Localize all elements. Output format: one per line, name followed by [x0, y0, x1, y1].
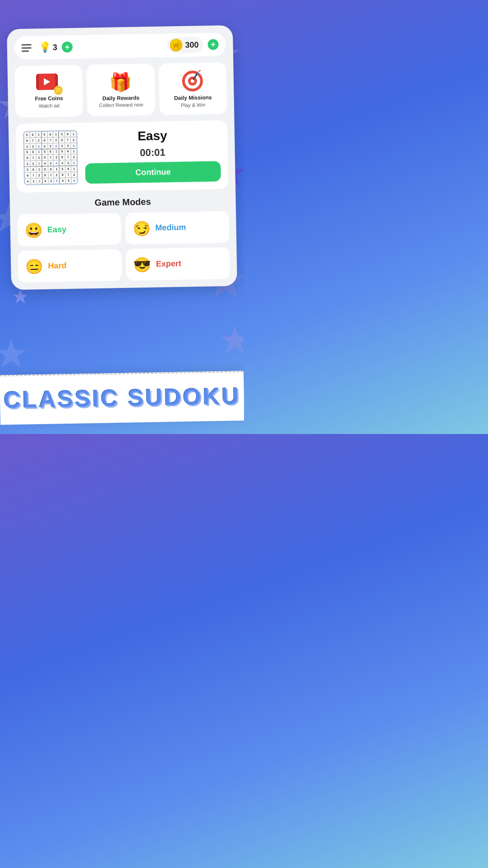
daily-rewards-title: Daily Rewards — [103, 94, 140, 102]
modes-grid: 😀 Easy 😏 Medium 😑 Hard 😎 Expert — [17, 211, 230, 283]
daily-rewards-card[interactable]: 🎁 Daily Rewards Collect Reward now — [87, 64, 155, 116]
free-coins-subtitle: Watch ad — [38, 102, 59, 109]
free-coins-card[interactable]: 🪙 Free Coins Watch ad — [14, 65, 83, 118]
difficulty-label: Easy — [137, 129, 167, 144]
mode-hard-card[interactable]: 😑 Hard — [18, 249, 122, 283]
medium-emoji: 😏 — [132, 220, 151, 237]
bulb-icon: 💡 — [38, 42, 51, 53]
mode-easy-card[interactable]: 😀 Easy — [17, 213, 121, 246]
gift-icon: 🎁 — [109, 71, 132, 93]
easy-emoji: 😀 — [24, 222, 43, 239]
hint-count: 3 — [53, 42, 57, 52]
bottom-banner: CLASSIC SUDOKU — [0, 362, 244, 434]
add-coin-button[interactable]: + — [207, 39, 218, 50]
game-info: Easy 00:01 Continue — [84, 128, 221, 184]
hard-label: Hard — [48, 261, 66, 271]
menu-button[interactable] — [22, 44, 32, 52]
banner-paper: CLASSIC SUDOKU — [0, 371, 244, 425]
svg-marker-5 — [220, 326, 244, 354]
game-modes-title: Game Modes — [17, 195, 229, 209]
app-card: 💡 3 + W 300 + 🪙 Free Coins Watch ad 🎁 — [7, 25, 237, 290]
game-timer: 00:01 — [140, 147, 165, 159]
coin-icon: W — [169, 39, 182, 52]
top-bar: 💡 3 + W 300 + — [14, 33, 226, 60]
daily-missions-card[interactable]: Daily Missions Play & Win — [159, 62, 227, 115]
free-coins-icon: 🪙 — [36, 73, 61, 94]
game-modes-section: Game Modes 😀 Easy 😏 Medium 😑 Hard 😎 Expe… — [17, 195, 230, 283]
free-coins-title: Free Coins — [35, 95, 63, 103]
sudoku-preview: 561561561 972972972 438438438 561561561 … — [23, 130, 78, 185]
daily-rewards-subtitle: Collect Reward now — [99, 101, 143, 108]
coin-count: 300 — [185, 40, 198, 50]
daily-missions-subtitle: Play & Win — [181, 101, 205, 108]
mode-expert-card[interactable]: 😎 Expert — [126, 247, 230, 281]
mode-medium-card[interactable]: 😏 Medium — [125, 211, 229, 245]
daily-missions-title: Daily Missions — [174, 94, 212, 102]
svg-line-17 — [199, 70, 201, 72]
hint-group: 💡 3 — [38, 41, 57, 53]
medium-label: Medium — [155, 223, 186, 233]
target-icon — [181, 69, 205, 93]
banner-text: CLASSIC SUDOKU — [4, 382, 241, 413]
expert-label: Expert — [156, 259, 181, 269]
expert-emoji: 😎 — [133, 256, 152, 274]
add-hint-button[interactable]: + — [62, 42, 73, 52]
svg-marker-10 — [13, 289, 28, 303]
coin-group: W 300 — [167, 37, 203, 53]
hard-emoji: 😑 — [25, 258, 44, 275]
action-row: 🪙 Free Coins Watch ad 🎁 Daily Rewards Co… — [14, 62, 227, 118]
continue-button[interactable]: Continue — [85, 161, 221, 184]
current-game-card: 561561561 972972972 438438438 561561561 … — [16, 120, 229, 193]
easy-label: Easy — [47, 225, 66, 235]
